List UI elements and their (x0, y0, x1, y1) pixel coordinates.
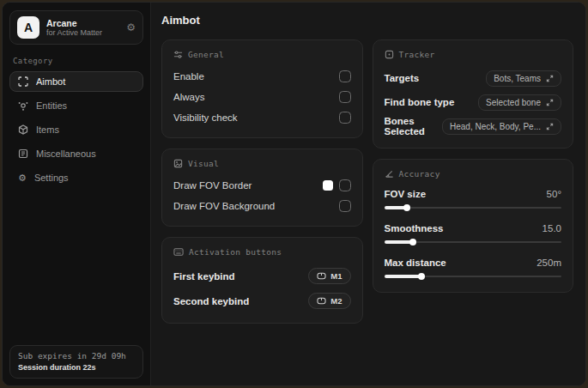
left-column: General Enable Always Visibility check (161, 39, 363, 324)
setting-label: Targets (385, 73, 420, 83)
slider-thumb[interactable] (403, 204, 410, 211)
bones-selected-dropdown[interactable]: Head, Neck, Body, Pe... (442, 118, 561, 135)
keybind-value: M1 (330, 271, 342, 281)
brand-subtitle: for Active Matter (46, 28, 119, 37)
section-title: Activation buttons (189, 247, 282, 257)
setting-label: Visibility check (173, 112, 238, 123)
activation-header: Activation buttons (173, 247, 351, 257)
cube-icon (18, 124, 28, 135)
right-column: Tracker Targets Bots, Teams (373, 39, 574, 324)
enable-checkbox[interactable] (339, 70, 351, 82)
fov-background-checkbox[interactable] (339, 200, 351, 212)
smoothness-slider[interactable] (385, 239, 562, 246)
setting-label: Second keybind (173, 296, 249, 306)
color-swatch[interactable] (323, 180, 333, 191)
setting-row: Second keybind M2 (173, 289, 351, 312)
slider-value: 250m (536, 258, 561, 268)
section-title: Tracker (399, 50, 435, 59)
visual-card: Visual Draw FOV Border Draw FOV Backgrou… (161, 149, 363, 227)
brand-card: A Arcane for Active Matter ⚙ (9, 10, 143, 45)
expand-icon (546, 75, 554, 82)
setting-row: Visibility check (173, 108, 351, 127)
accuracy-header: Accuracy (385, 169, 562, 179)
gear-icon: ⚙ (18, 173, 27, 184)
setting-label: Bones Selected (385, 116, 443, 136)
second-keybind-button[interactable]: M2 (308, 293, 350, 309)
sidebar-item-aimbot[interactable]: Aimbot (9, 71, 143, 92)
entities-icon (18, 100, 28, 111)
radar-icon (385, 50, 394, 59)
sidebar-item-label: Entities (36, 100, 67, 111)
sidebar-item-label: Miscellaneous (36, 149, 96, 159)
always-checkbox[interactable] (339, 91, 351, 103)
content-columns: General Enable Always Visibility check (161, 39, 573, 324)
slider-group-fov: FOV size 50° (385, 186, 562, 211)
keyboard-icon (173, 247, 184, 257)
sidebar-nav: Aimbot Entities Items (9, 71, 143, 188)
slider-thumb[interactable] (418, 273, 425, 280)
sidebar-item-settings[interactable]: ⚙ Settings (9, 167, 143, 188)
angle-icon (385, 169, 394, 179)
visual-header: Visual (173, 159, 351, 168)
general-card: General Enable Always Visibility check (161, 39, 363, 138)
slider-track[interactable] (385, 207, 562, 209)
fov-size-slider[interactable] (385, 204, 562, 211)
find-bone-type-dropdown[interactable]: Selected bone (478, 94, 561, 111)
slider-value: 15.0 (543, 223, 561, 233)
section-title: Visual (188, 159, 219, 168)
tracker-header: Tracker (385, 50, 562, 59)
setting-label: Max distance (385, 258, 446, 268)
sub-expiry-text: Sub expires in 29d 09h (18, 351, 135, 362)
slider-thumb[interactable] (409, 239, 416, 246)
sidebar: A Arcane for Active Matter ⚙ Category Ai… (3, 3, 151, 385)
setting-row: Targets Bots, Teams (385, 67, 562, 89)
brand-text: Arcane for Active Matter (46, 18, 119, 37)
sidebar-item-label: Aimbot (36, 76, 65, 87)
slider-value: 50° (547, 189, 561, 199)
gear-icon[interactable]: ⚙ (126, 21, 136, 33)
sidebar-item-label: Items (36, 124, 59, 135)
session-duration-text: Session duration 22s (18, 362, 135, 373)
page-title: Aimbot (161, 14, 573, 27)
activation-card: Activation buttons First keybind M1 (161, 237, 363, 324)
setting-row: Draw FOV Border (173, 176, 351, 195)
dropdown-value: Selected bone (486, 98, 541, 107)
setting-row: Bones Selected Head, Neck, Body, Pe... (385, 115, 562, 137)
setting-label: FOV size (385, 189, 427, 199)
accuracy-card: Accuracy FOV size 50° (373, 159, 574, 293)
section-title: General (188, 50, 224, 59)
slider-fill (385, 275, 421, 278)
row-controls (323, 179, 351, 191)
setting-label: Draw FOV Background (173, 201, 275, 211)
setting-label: Enable (173, 71, 204, 82)
sidebar-item-items[interactable]: Items (9, 119, 143, 140)
first-keybind-button[interactable]: M1 (308, 268, 350, 284)
general-header: General (173, 50, 351, 59)
setting-row: Always (173, 88, 351, 106)
sidebar-item-miscellaneous[interactable]: Miscellaneous (9, 143, 143, 164)
setting-label: First keybind (173, 271, 235, 282)
max-distance-slider[interactable] (385, 273, 562, 280)
mouse-icon (317, 272, 326, 280)
slider-group-smoothness: Smoothness 15.0 (385, 221, 562, 246)
targets-dropdown[interactable]: Bots, Teams (486, 70, 561, 87)
subscription-card: Sub expires in 29d 09h Session duration … (9, 345, 143, 379)
visibility-check-checkbox[interactable] (339, 112, 351, 124)
keybind-value: M2 (330, 296, 342, 306)
setting-row: Draw FOV Background (173, 197, 351, 215)
brand-title: Arcane (46, 18, 119, 28)
sidebar-item-entities[interactable]: Entities (9, 95, 143, 116)
crosshair-icon (18, 76, 28, 87)
list-icon (18, 149, 28, 159)
app-logo: A (17, 16, 39, 39)
dropdown-value: Bots, Teams (494, 74, 541, 83)
setting-label: Find bone type (385, 97, 455, 107)
app-window: A Arcane for Active Matter ⚙ Category Ai… (2, 2, 586, 386)
mouse-icon (317, 297, 326, 305)
setting-row: Enable (173, 67, 351, 86)
section-title: Accuracy (399, 169, 440, 179)
sidebar-item-label: Settings (34, 173, 69, 183)
expand-icon (546, 123, 554, 130)
setting-row: First keybind M1 (173, 264, 351, 288)
fov-border-checkbox[interactable] (339, 179, 351, 191)
